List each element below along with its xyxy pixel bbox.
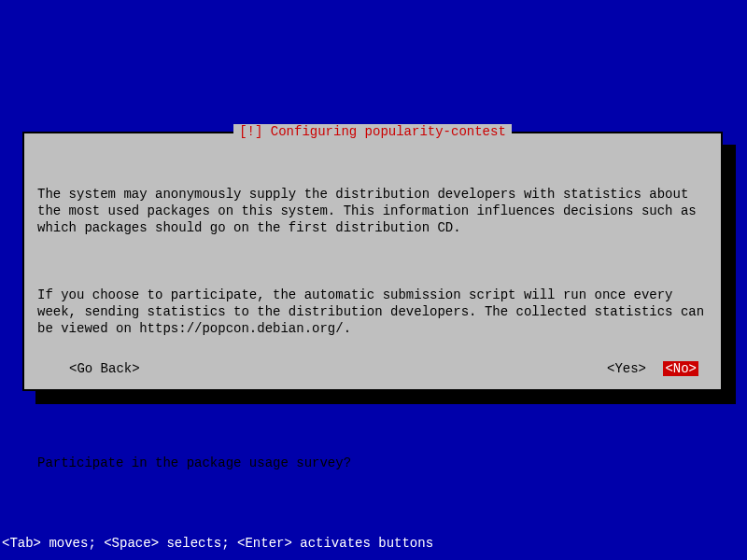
dialog-paragraph: The system may anonymously supply the di… [37,186,708,236]
dialog-body: The system may anonymously supply the di… [37,152,708,505]
nav-hint: <Tab> moves; <Space> selects; <Enter> ac… [2,536,433,551]
yes-button[interactable]: <Yes> [607,361,646,376]
go-back-button[interactable]: <Go Back> [69,361,140,376]
no-button[interactable]: <No> [663,361,698,376]
popcon-dialog: [!] Configuring popularity-contest The s… [22,132,723,391]
dialog-paragraph: This choice can be later modified by run… [37,387,708,404]
dialog-question: Participate in the package usage survey? [37,455,708,471]
dialog-title-wrap: [!] Configuring popularity-contest [24,124,721,139]
dialog-title: [!] Configuring popularity-contest [233,124,512,139]
dialog-paragraph: If you choose to participate, the automa… [37,287,708,337]
